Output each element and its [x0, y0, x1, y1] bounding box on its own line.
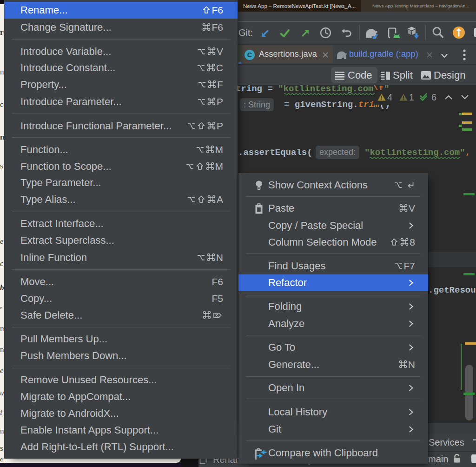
svg-text:C: C	[247, 51, 252, 59]
